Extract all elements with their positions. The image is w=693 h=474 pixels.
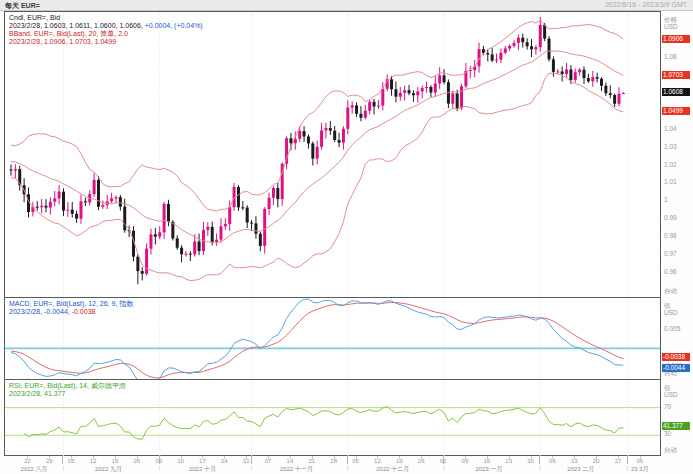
price-axis-tick: 0.99 bbox=[664, 214, 677, 221]
candle-up bbox=[272, 188, 275, 198]
candle-up bbox=[101, 205, 104, 207]
month-separator: | bbox=[443, 465, 445, 471]
candle-down bbox=[289, 138, 292, 143]
candle-up bbox=[460, 86, 463, 108]
candle-up bbox=[346, 108, 349, 129]
price-axis-tick: 1.01 bbox=[664, 178, 677, 185]
rsi-value-badge: 41.377 bbox=[662, 422, 690, 430]
month-separator: | bbox=[539, 465, 541, 471]
candle-up bbox=[53, 198, 56, 201]
month-label: 2023 二月 bbox=[567, 465, 594, 474]
value-axis[interactable]: 价格USD1.081.041.031.021.0110.990.980.970.… bbox=[662, 11, 693, 456]
week-tick-label: 20 bbox=[593, 458, 600, 464]
candle-down bbox=[119, 197, 122, 206]
candle-down bbox=[237, 187, 240, 207]
candle-up bbox=[351, 105, 354, 107]
week-tick-label: 12 bbox=[90, 458, 97, 464]
candle-down bbox=[250, 223, 253, 224]
macd-pane-canvas[interactable] bbox=[5, 298, 660, 379]
candle-up bbox=[224, 224, 227, 226]
candle-down bbox=[311, 143, 314, 158]
candle-down bbox=[259, 234, 262, 246]
price-axis-tick: 1.03 bbox=[664, 143, 677, 150]
candle-up bbox=[513, 43, 516, 46]
price-axis-unit: USD bbox=[664, 23, 678, 30]
time-axis[interactable]: 2229051219260310172431071421280512192602… bbox=[4, 456, 661, 474]
month-label: 2022 十二月 bbox=[376, 465, 409, 474]
candle-down bbox=[394, 89, 397, 96]
macd-value-badge: -0.0044 bbox=[662, 364, 690, 372]
bband-value-badge: 1.0703 bbox=[662, 71, 690, 79]
candle-down bbox=[552, 59, 555, 71]
week-tick-label: 22 bbox=[24, 458, 31, 464]
rsi-axis-auto: 自动 bbox=[664, 446, 677, 455]
candle-up bbox=[403, 90, 406, 93]
macd-signal-badge: -0.0038 bbox=[662, 353, 690, 361]
rsi-pane-canvas[interactable] bbox=[5, 380, 660, 456]
candle-up bbox=[381, 89, 384, 106]
week-tick-label: 26 bbox=[134, 458, 141, 464]
price-axis-auto: 自动 bbox=[664, 287, 677, 296]
candle-down bbox=[154, 234, 157, 236]
candle-up bbox=[193, 241, 196, 254]
candle-up bbox=[324, 128, 327, 130]
bband-value-badge: 1.0499 bbox=[662, 107, 690, 115]
candle-down bbox=[596, 77, 599, 79]
macd-axis-tick: 0.005 bbox=[664, 325, 680, 332]
rsi-pane[interactable]: RSI, EUR=, Bid(Last), 14, 威尔德平滑 2023/2/2… bbox=[5, 379, 660, 456]
week-tick-label: 16 bbox=[483, 458, 490, 464]
candle-down bbox=[97, 180, 100, 207]
month-label: 2022 八月 bbox=[21, 465, 48, 474]
candle-up bbox=[416, 91, 419, 95]
week-tick-label: 06 bbox=[637, 458, 644, 464]
candle-down bbox=[456, 93, 459, 108]
candle-down bbox=[276, 188, 279, 199]
candle-down bbox=[548, 39, 551, 60]
candle-up bbox=[342, 129, 345, 143]
candle-down bbox=[338, 140, 341, 143]
candle-down bbox=[543, 25, 546, 39]
month-tick bbox=[347, 456, 348, 464]
month-tick bbox=[627, 456, 628, 464]
candle-up bbox=[399, 93, 402, 97]
candle-up bbox=[145, 249, 148, 274]
candle-up bbox=[49, 202, 52, 208]
candle-up bbox=[219, 226, 222, 239]
price-pane[interactable]: Cndl, EUR=, Bid 2023/2/28, 1.0603, 1.061… bbox=[5, 12, 660, 297]
candle-up bbox=[184, 254, 187, 255]
candle-down bbox=[355, 105, 358, 113]
price-axis-tick: 1.04 bbox=[664, 125, 677, 132]
candle-down bbox=[189, 254, 192, 255]
week-tick-label: 28 bbox=[330, 458, 337, 464]
candle-down bbox=[521, 38, 524, 42]
week-tick-label: 14 bbox=[287, 458, 294, 464]
price-pane-canvas[interactable] bbox=[5, 12, 660, 297]
month-label: 2023 一月 bbox=[475, 465, 502, 474]
month-label: 2022 十一月 bbox=[280, 465, 313, 474]
macd-pane[interactable]: MACD, EUR=, Bid(Last), 12, 26, 9, 指数 202… bbox=[5, 297, 660, 379]
candle-up bbox=[425, 87, 428, 88]
week-tick-label: 05 bbox=[68, 458, 75, 464]
price-axis-tick: 0.97 bbox=[664, 250, 677, 257]
candle-down bbox=[123, 207, 126, 231]
week-tick-label: 06 bbox=[549, 458, 556, 464]
candle-down bbox=[491, 55, 494, 61]
candle-up bbox=[499, 53, 502, 60]
candle-down bbox=[373, 102, 376, 107]
candle-up bbox=[377, 106, 380, 107]
candle-up bbox=[268, 198, 271, 209]
candle-up bbox=[438, 75, 441, 83]
candle-up bbox=[316, 147, 319, 159]
candle-up bbox=[578, 70, 581, 73]
candle-down bbox=[583, 70, 586, 78]
candle-down bbox=[241, 207, 244, 208]
candle-up bbox=[110, 198, 113, 201]
chart-window: 每天 EUR= 2022/8/16 - 2023/3/9 GMT Cndl, E… bbox=[0, 0, 693, 474]
price-axis-tick: 1.08 bbox=[664, 53, 677, 60]
candle-up bbox=[451, 93, 454, 103]
week-tick-label: 10 bbox=[177, 458, 184, 464]
candle-up bbox=[228, 207, 231, 224]
instrument-interval-selector[interactable]: 每天 EUR= bbox=[5, 1, 40, 11]
candle-up bbox=[508, 46, 511, 49]
bband-value-badge: 1.0906 bbox=[662, 35, 690, 43]
